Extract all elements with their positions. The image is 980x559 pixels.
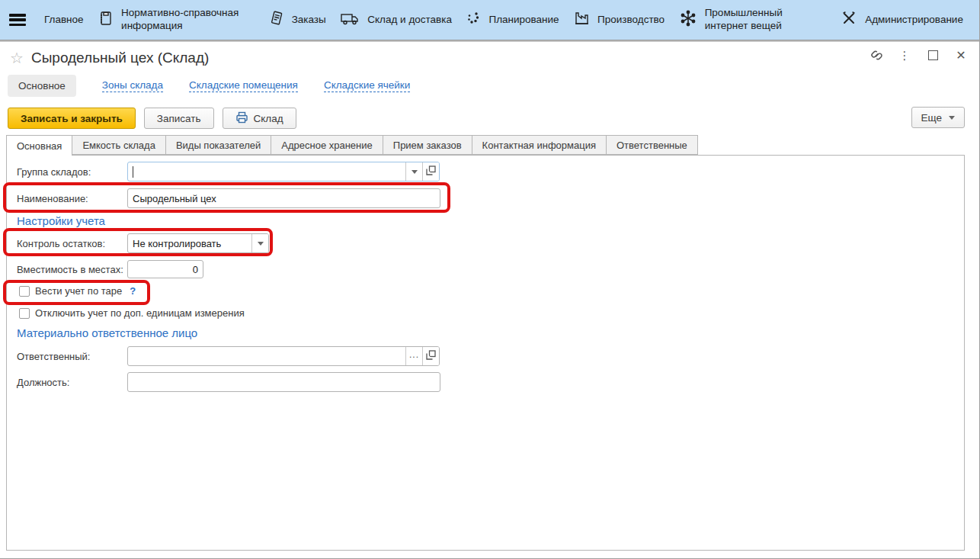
nav-item-zony-sklada[interactable]: Зоны склада	[102, 79, 163, 92]
tare-checkbox[interactable]	[19, 286, 30, 297]
printer-icon	[235, 111, 248, 126]
main-menu-items: Главное Нормативно-справочная информация…	[44, 7, 963, 33]
nav-item-skladskie-yachejki[interactable]: Складские ячейки	[324, 79, 410, 92]
more-button-label: Еще	[921, 112, 942, 124]
menu-item-label: Нормативно-справочная информация	[121, 7, 255, 33]
menu-item-label: Администрирование	[865, 14, 963, 27]
main-menu-bar: Главное Нормативно-справочная информация…	[0, 0, 980, 40]
warehouse-group-input[interactable]	[127, 162, 440, 182]
choose-button[interactable]: ...	[405, 347, 422, 365]
units-checkbox-label: Отключить учет по доп. единицам измерени…	[35, 307, 245, 319]
nav-item-osnovnoe[interactable]: Основное	[8, 75, 76, 97]
menu-item-sklad[interactable]: Склад и доставка	[340, 10, 452, 31]
window-controls: ⋮ ✕	[868, 47, 969, 63]
document-icon	[269, 10, 284, 31]
menu-item-glavnoe[interactable]: Главное	[44, 14, 84, 27]
app-window: Главное Нормативно-справочная информация…	[0, 0, 980, 559]
capacity-input[interactable]: 0	[127, 260, 203, 278]
chevron-down-icon	[412, 170, 418, 174]
tare-checkbox-label: Вести учет по таре	[35, 285, 122, 297]
tab-emkost-sklada[interactable]: Емкость склада	[72, 135, 165, 155]
nav-item-skladskie-pomeshcheniya[interactable]: Складские помещения	[189, 79, 298, 92]
form-title-bar: ☆ Сыродельный цех (Склад) ⋮ ✕	[0, 43, 980, 72]
dropdown-arrow-button[interactable]	[405, 162, 422, 181]
factory-icon	[573, 10, 590, 31]
position-label: Должность:	[17, 377, 127, 388]
capacity-label: Вместимость в местах:	[17, 264, 127, 275]
menu-item-zakazy[interactable]: Заказы	[269, 10, 326, 31]
responsible-row: Ответственный: ...	[17, 346, 440, 366]
truck-icon	[340, 10, 360, 31]
maximize-icon[interactable]	[924, 47, 941, 63]
tab-vidy-pokazatelej[interactable]: Виды показателей	[165, 135, 271, 155]
text-caret	[133, 166, 133, 178]
tare-help-link[interactable]: ?	[130, 285, 136, 297]
dots-circle-icon	[466, 10, 481, 31]
chevron-down-icon	[258, 242, 264, 246]
name-input[interactable]: Сыродельный цех	[127, 188, 440, 208]
save-button[interactable]: Записать	[144, 108, 214, 129]
menu-item-nsi[interactable]: Нормативно-справочная информация	[98, 7, 255, 33]
stock-control-row: Контроль остатков: Не контролировать	[17, 233, 269, 253]
close-icon[interactable]: ✕	[953, 47, 969, 63]
menu-item-iot[interactable]: Промышленный интернет вещей	[679, 7, 827, 33]
open-form-icon	[426, 349, 436, 363]
tab-priem-zakazov[interactable]: Прием заказов	[383, 135, 472, 155]
menu-item-proizvodstvo[interactable]: Производство	[573, 10, 665, 31]
tools-icon	[841, 10, 857, 31]
hamburger-menu-icon[interactable]	[9, 14, 26, 26]
settings-section-header: Настройки учета	[17, 214, 105, 227]
object-nav: Основное Зоны склада Складские помещения…	[8, 73, 410, 98]
page-title: Сыродельный цех (Склад)	[31, 50, 209, 66]
tab-adresnoe-hranenie[interactable]: Адресное хранение	[271, 135, 383, 155]
capacity-row: Вместимость в местах: 0	[17, 260, 203, 278]
tab-kontaktnaya-informaciya[interactable]: Контактная информация	[472, 135, 607, 155]
open-form-icon	[426, 165, 436, 178]
chain-link-icon[interactable]	[868, 47, 885, 63]
position-row: Должность:	[17, 372, 440, 392]
save-and-close-button[interactable]: Записать и закрыть	[8, 108, 136, 129]
menu-item-label: Производство	[597, 14, 665, 27]
menu-item-label: Склад и доставка	[367, 14, 452, 27]
more-menu-icon[interactable]: ⋮	[896, 47, 913, 63]
warehouse-group-row: Группа складов:	[17, 162, 440, 182]
command-bar: Записать и закрыть Записать Склад Еще	[8, 107, 972, 130]
position-input[interactable]	[127, 372, 440, 392]
menu-item-label: Главное	[44, 14, 84, 27]
stock-control-label: Контроль остатков:	[17, 238, 127, 249]
menu-item-administrirovanie[interactable]: Администрирование	[841, 10, 963, 31]
stock-control-select[interactable]: Не контролировать	[127, 233, 269, 253]
book-icon	[98, 10, 114, 31]
topbar-separator	[0, 40, 980, 42]
menu-item-label: Планирование	[488, 14, 559, 27]
dropdown-arrow-button[interactable]	[251, 234, 268, 252]
warehouse-group-label: Группа складов:	[17, 166, 127, 178]
menu-item-planirovanie[interactable]: Планирование	[466, 10, 559, 31]
responsible-input[interactable]: ...	[127, 346, 440, 366]
favorite-star-icon[interactable]: ☆	[10, 49, 24, 67]
responsible-label: Ответственный:	[17, 351, 127, 362]
menu-item-label: Промышленный интернет вещей	[705, 7, 827, 33]
chevron-down-icon	[949, 116, 955, 120]
asterisk-icon	[679, 9, 697, 31]
more-button[interactable]: Еще	[911, 107, 965, 128]
name-row: Наименование: Сыродельный цех	[17, 188, 440, 208]
tare-checkbox-row: Вести учет по таре ?	[19, 285, 136, 297]
units-checkbox[interactable]	[19, 308, 30, 319]
name-label: Наименование:	[17, 193, 127, 204]
print-button-label: Склад	[254, 113, 283, 124]
open-form-button[interactable]	[422, 347, 439, 365]
tab-otvetstvennye[interactable]: Ответственные	[606, 135, 698, 155]
tab-osnovnaya[interactable]: Основная	[6, 135, 72, 156]
responsible-section-header: Материально ответственное лицо	[17, 326, 197, 339]
open-form-button[interactable]	[422, 162, 439, 181]
form-tabs: Основная Емкость склада Виды показателей…	[6, 135, 698, 156]
menu-item-label: Заказы	[292, 14, 326, 27]
units-checkbox-row: Отключить учет по доп. единицам измерени…	[19, 307, 245, 319]
print-warehouse-button[interactable]: Склад	[223, 108, 296, 129]
